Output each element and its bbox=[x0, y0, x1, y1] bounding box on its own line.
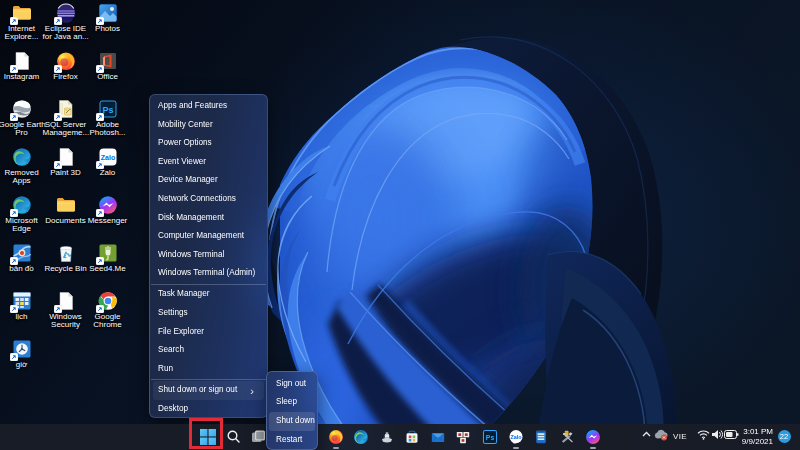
svg-text:Zalo: Zalo bbox=[100, 154, 114, 161]
svg-text:Zalo: Zalo bbox=[510, 434, 522, 440]
svg-text:Ps: Ps bbox=[102, 105, 113, 115]
svg-text:Ps: Ps bbox=[486, 434, 495, 441]
